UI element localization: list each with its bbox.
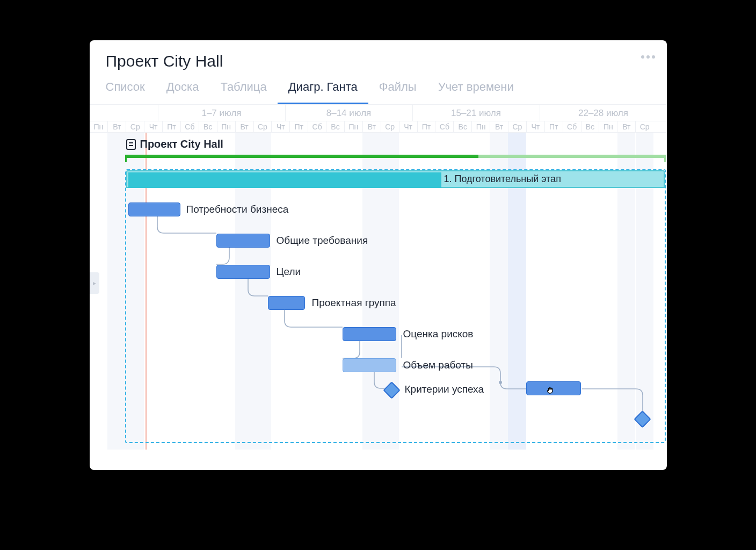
project-summary-row[interactable]: Проект City Hall <box>126 138 223 150</box>
day-cell: Ср <box>126 121 144 132</box>
task-bar[interactable] <box>216 234 270 248</box>
task-bar[interactable] <box>343 358 396 372</box>
timeline-days: ПнВтСрЧтПтСбВсПнВтСрЧтПтСбВсПнВтСрЧтПтСб… <box>90 121 667 133</box>
header: Проект City Hall <box>90 40 667 70</box>
view-tabs: Список Доска Таблица Диагр. Ганта Файлы … <box>90 70 667 105</box>
stage-header-bar[interactable]: 1. Подготовительный этап <box>126 170 665 188</box>
week-label: 8–14 июля <box>285 105 412 121</box>
stage-container: 1. Подготовительный этап <box>125 169 666 443</box>
day-cell: Ср <box>635 121 653 132</box>
day-cell: Сб <box>180 121 199 132</box>
day-cell: Пт <box>289 121 308 132</box>
stage-label: 1. Подготовительный этап <box>444 173 561 185</box>
week-label: 22–28 июля <box>540 105 667 121</box>
week-label: 1–7 июля <box>158 105 285 121</box>
task-bar[interactable] <box>268 296 305 310</box>
day-cell: Вт <box>362 121 381 132</box>
task-bar-dragging[interactable] <box>526 381 581 395</box>
day-cell: Вт <box>490 121 508 132</box>
day-cell: Вт <box>235 121 253 132</box>
week-spacer <box>90 105 158 121</box>
more-menu-button[interactable] <box>641 55 655 59</box>
day-cell: Ср <box>508 121 526 132</box>
task-label: Общие требования <box>277 234 368 248</box>
day-cell: Пн <box>344 121 362 132</box>
week-label: 15–21 июля <box>412 105 540 121</box>
day-cell: Вс <box>326 121 344 132</box>
tab-board[interactable]: Доска <box>156 80 210 104</box>
day-cell: Вт <box>107 121 126 132</box>
day-cell: Сб <box>308 121 326 132</box>
tab-gantt[interactable]: Диагр. Ганта <box>278 80 368 104</box>
day-cell: Чт <box>144 121 162 132</box>
task-bar[interactable] <box>343 327 396 341</box>
timeline-weeks: 1–7 июля 8–14 июля 15–21 июля 22–28 июля <box>90 105 667 121</box>
task-label: Потребности бизнеса <box>186 202 289 216</box>
day-cell: Вт <box>617 121 635 132</box>
project-progress-bar <box>125 155 666 158</box>
tab-timesheet[interactable]: Учет времени <box>427 80 525 104</box>
day-cell: Пт <box>162 121 180 132</box>
milestone[interactable] <box>383 381 401 399</box>
task-label: Оценка рисков <box>403 327 474 341</box>
tab-table[interactable]: Таблица <box>209 80 277 104</box>
task-label: Критерии успеха <box>405 382 484 396</box>
task-bar[interactable] <box>216 265 270 279</box>
milestone[interactable] <box>634 410 651 428</box>
stage-progress-fill <box>128 172 441 188</box>
tab-list[interactable]: Список <box>106 80 156 104</box>
day-cell: Сб <box>563 121 581 132</box>
day-cell: Пн <box>217 121 235 132</box>
day-cell: Чт <box>399 121 417 132</box>
clipboard-icon <box>126 139 136 150</box>
day-cell: Пн <box>471 121 490 132</box>
task-label: Проектная группа <box>312 296 396 310</box>
task-label: Цели <box>277 265 301 279</box>
day-cell: Чт <box>526 121 544 132</box>
app-card: Проект City Hall Список Доска Таблица Ди… <box>90 40 667 470</box>
gantt-canvas[interactable]: ▸ Проект City Hall 1. Подготовительный э… <box>90 133 667 450</box>
task-label: Объем работы <box>403 358 473 372</box>
day-cell: Чт <box>271 121 289 132</box>
day-cell: Вс <box>453 121 471 132</box>
weekend-col <box>107 133 126 450</box>
day-cell: Ср <box>381 121 399 132</box>
day-cell: Вс <box>199 121 217 132</box>
page-title: Проект City Hall <box>106 52 651 70</box>
day-cell: Ср <box>253 121 272 132</box>
task-bar[interactable] <box>128 202 180 216</box>
day-cell: Вс <box>581 121 599 132</box>
tab-files[interactable]: Файлы <box>368 80 427 104</box>
day-cell: Пт <box>417 121 435 132</box>
project-name: Проект City Hall <box>140 138 223 150</box>
day-cell: Сб <box>435 121 453 132</box>
day-cell: Пн <box>90 121 108 132</box>
day-cell: Пн <box>599 121 617 132</box>
svg-point-0 <box>499 381 502 384</box>
day-cell: Пт <box>544 121 563 132</box>
sidebar-expand-handle[interactable]: ▸ <box>90 272 99 294</box>
